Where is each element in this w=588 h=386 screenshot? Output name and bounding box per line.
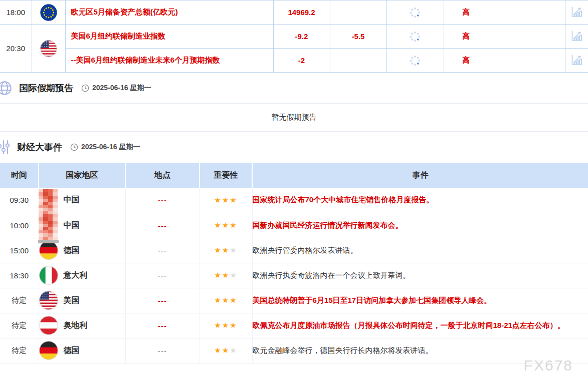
star-filled-icon: ★ [230,296,237,304]
event-country-cell: 德国 [39,338,125,363]
event-location-cell: --- [125,188,200,213]
event-time-cell: 待定 [0,288,39,313]
event-time-cell: 15:00 [0,238,39,263]
us-flag-icon [39,291,58,310]
event-description-cell: 欧洲央行执委奇波洛内在一个会议上致开幕词。 [252,263,588,288]
importance-cell: 高 [444,25,489,49]
event-row: 待定德国---★★★欧元金融峰会举行，德国央行行长内格尔将发表讲话。 [0,338,588,363]
importance-stars-cell: ★★★ [200,213,252,238]
country-name: 奥地利 [64,320,88,331]
star-filled-icon: ★ [222,196,230,204]
col-header-importance: 重要性 [200,163,252,188]
loading-spinner-icon [410,8,420,18]
chart-link-cell [565,49,588,73]
event-row: 10:00中国---★★★国新办就国民经济运行情况举行新闻发布会。 [0,213,588,238]
holiday-section-date: 2025-06-16 星期一 [81,84,151,93]
star-filled-icon: ★ [214,271,222,279]
importance-stars-cell: ★★★ [200,313,252,338]
time-cell: 20:30 [0,25,32,73]
star-filled-icon: ★ [222,271,230,279]
chart-icon[interactable] [570,5,583,19]
importance-stars-cell: ★★★ [200,263,252,288]
col-header-event: 事件 [252,163,588,188]
event-time-cell: 10:00 [0,213,39,238]
pixelated-flag-icon [39,191,58,210]
chart-link-cell [565,1,588,25]
country-name: 美国 [64,295,80,306]
event-time-cell: 18:30 [0,263,39,288]
holiday-section-title: 国际假期预告 [19,82,73,94]
holiday-section-header: 国际假期预告 2025-06-16 星期一 [0,73,588,104]
censored-bar [38,240,59,243]
importance-stars-cell: ★★★ [200,288,252,313]
event-row: 待定奥地利---★★★欧佩克公布月度原油市场报告（月报具体公布时间待定，一般于北… [0,313,588,338]
event-description-cell: 欧洲央行管委内格尔发表讲话。 [252,238,588,263]
country-flag-cell [32,25,65,73]
event-time-cell: 待定 [0,338,39,363]
eu-flag-icon [40,4,57,21]
published-value-cell [386,49,444,73]
country-name: 德国 [64,345,80,356]
empty-cell [489,49,565,73]
no-holiday-message: 暂无假期预告 [0,104,588,132]
star-filled-icon: ★ [222,296,230,304]
star-filled-icon: ★ [222,321,230,329]
pixelated-flag-image [39,214,58,240]
at-flag-icon [39,316,58,335]
event-country-cell: 中国 [39,188,125,213]
event-description-cell: 国新办就国民经济运行情况举行新闻发布会。 [252,213,588,238]
event-location-cell: --- [125,263,200,288]
importance-stars-cell: ★★★ [200,188,252,213]
importance-cell: 高 [444,49,489,73]
chart-link-cell [565,25,588,49]
event-row: 18:30意大利---★★★欧洲央行执委奇波洛内在一个会议上致开幕词。 [0,263,588,288]
empty-cell [489,25,565,49]
economic-data-row: --美国6月纽约联储制造业未来6个月预期指数-2高 [0,49,588,73]
indicator-title-cell: 欧元区5月储备资产总额(亿欧元) [65,1,273,25]
star-filled-icon: ★ [214,246,222,254]
clock-icon [81,84,89,92]
star-filled-icon: ★ [230,321,237,329]
de-flag-icon [39,341,58,360]
published-value-cell [386,25,444,49]
country-flag-cell [32,1,65,25]
events-table: 时间 国家地区 地点 重要性 事件 09:30中国---★★★国家统计局公布70… [0,163,588,363]
event-location-cell: --- [125,313,200,338]
star-filled-icon: ★ [214,296,222,304]
star-filled-icon: ★ [214,221,222,229]
event-location-cell: --- [125,288,200,313]
event-description-cell: 美国总统特朗普于6月15日至17日访问加拿大参加七国集团领导人峰会。 [252,288,588,313]
economic-data-row: 20:30美国6月纽约联储制造业指数-9.2-5.5高 [0,25,588,49]
event-location-cell: --- [125,213,200,238]
loading-spinner-icon [410,32,420,42]
events-section-date: 2025-06-16 星期一 [70,143,140,152]
forecast-value-cell [330,1,386,25]
data-release-table: 18:00欧元区5月储备资产总额(亿欧元)14969.2高20:30美国6月纽约… [0,0,588,73]
event-country-cell: 美国 [39,288,125,313]
col-header-country: 国家地区 [39,163,125,188]
chart-icon[interactable] [570,29,583,43]
event-time-cell: 09:30 [0,188,39,213]
economic-calendar-page: 18:00欧元区5月储备资产总额(亿欧元)14969.2高20:30美国6月纽约… [0,0,588,386]
country-name: 中国 [64,195,80,205]
clock-icon [70,143,78,151]
forecast-value-cell [330,49,386,73]
previous-value-cell: -2 [273,49,330,73]
time-cell: 18:00 [0,1,32,25]
us-flag-icon [40,40,57,57]
col-header-location: 地点 [125,163,200,188]
events-section-header: 财经大事件 2025-06-16 星期一 [0,132,588,163]
star-filled-icon: ★ [214,346,222,354]
pixelated-flag-image [39,189,58,215]
event-description-cell: 欧元金融峰会举行，德国央行行长内格尔将发表讲话。 [252,338,588,363]
it-flag-icon [39,266,58,285]
chart-icon[interactable] [570,53,583,67]
published-value-cell [386,1,444,25]
globe-icon [0,80,13,97]
importance-stars-cell: ★★★ [200,238,252,263]
holiday-date-text: 2025-06-16 星期一 [92,84,151,93]
star-filled-icon: ★ [222,246,230,254]
country-name: 意大利 [64,270,88,281]
event-location-cell: --- [125,338,200,363]
event-country-cell: 中国 [39,213,125,238]
